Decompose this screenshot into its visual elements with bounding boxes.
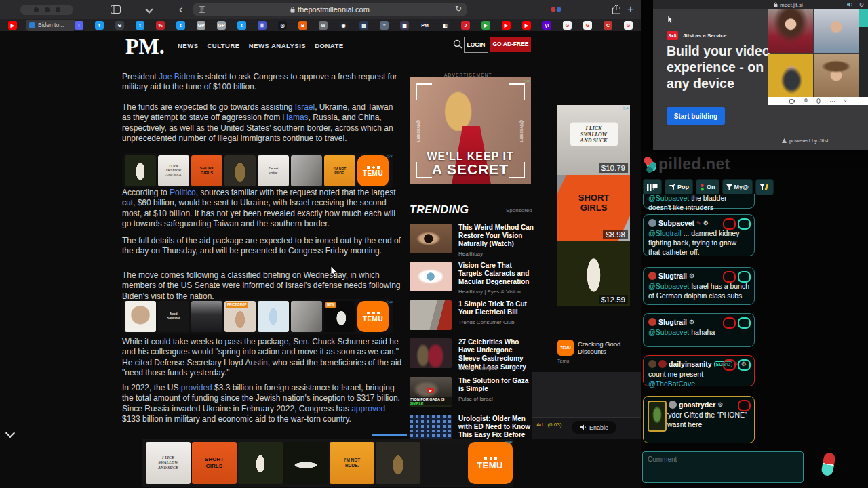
video-ad-player[interactable]: Ad : (0:03) Enable: [532, 372, 641, 438]
chat-tool-funnel-pencil[interactable]: [755, 179, 774, 195]
product-ad-3[interactable]: $12.59: [557, 241, 630, 306]
extension-icon[interactable]: [551, 6, 561, 13]
bookmark-favicon[interactable]: t: [95, 21, 104, 30]
bookmark-favicon[interactable]: G: [563, 21, 572, 30]
gear-icon[interactable]: ⚙: [689, 272, 694, 279]
adchoices-icon[interactable]: ▷×: [624, 106, 629, 111]
bookmark-favicon[interactable]: t: [136, 21, 144, 30]
ad-product-tile[interactable]: SHORT GIRLS: [192, 442, 237, 484]
speaker-icon[interactable]: [847, 2, 853, 7]
adchoices-icon[interactable]: ▷×: [387, 154, 392, 159]
bookmark-favicon[interactable]: t: [237, 21, 246, 30]
bookmark-favicon[interactable]: %: [156, 21, 165, 30]
bookmark-favicon[interactable]: T: [75, 21, 83, 30]
bookmark-favicon[interactable]: Θ: [115, 21, 124, 30]
trending-thumb-explosion[interactable]: ▶ITION FOR GAZA IS SIMPLE: [410, 377, 452, 407]
red-action-button[interactable]: [723, 317, 736, 329]
ad-product-tile[interactable]: SHORT GIRLS: [191, 155, 222, 186]
ad-product-tile[interactable]: [238, 442, 283, 484]
trending-title-text[interactable]: 1 Simple Trick To Cut Your Electrical Bi…: [458, 300, 534, 317]
bookmark-favicon[interactable]: B: [298, 21, 307, 30]
trending-thumb-eye-art[interactable]: [410, 262, 452, 291]
article-link[interactable]: Joe Biden: [159, 72, 195, 81]
enable-sound-button[interactable]: Enable: [572, 421, 616, 434]
article-link[interactable]: Hamas: [283, 113, 309, 122]
bookmark-favicon[interactable]: G: [624, 21, 633, 30]
window-controls[interactable]: [20, 5, 73, 15]
start-building-button[interactable]: Start building: [667, 107, 725, 125]
reload-icon[interactable]: ↻: [455, 4, 462, 14]
bookmark-favicon[interactable]: ◧: [441, 21, 450, 30]
ad-product-tile[interactable]: NEW: [324, 301, 355, 332]
username[interactable]: dailyinsanity: [669, 360, 712, 368]
article-link[interactable]: Israel: [295, 102, 315, 112]
bookmark-favicon[interactable]: ▶: [481, 21, 490, 30]
login-button[interactable]: LOGIN: [464, 37, 488, 53]
raise-hand-icon[interactable]: [816, 98, 821, 104]
username[interactable]: Slugtrail: [658, 272, 687, 280]
adchoices-icon[interactable]: ▷×: [387, 300, 392, 305]
bookmark-favicon[interactable]: J: [461, 21, 470, 30]
bookmark-favicon[interactable]: GP: [197, 21, 205, 30]
gear-icon[interactable]: ⚙: [717, 401, 723, 408]
ad-product-tile[interactable]: [291, 155, 322, 186]
camera-icon[interactable]: [789, 99, 795, 104]
new-tab-button[interactable]: +: [627, 3, 634, 15]
back-button[interactable]: ‹: [179, 3, 183, 15]
bookmark-favicon[interactable]: ◎: [278, 21, 287, 30]
product-ad-1[interactable]: I LICK SWALLOW AND SUCK $10.79 ▷×: [557, 105, 630, 175]
temu-inline-ad-1[interactable]: I LICK SWALLOW AND SUCKSHORT GIRLSI'm no…: [122, 153, 393, 188]
user-mention[interactable]: @Slugtrail: [648, 229, 682, 237]
teal-action-button[interactable]: [738, 317, 751, 329]
bookmark-favicon[interactable]: PM: [420, 21, 429, 30]
trending-thumb-couple[interactable]: [410, 338, 452, 368]
gear-icon[interactable]: ⚙: [703, 220, 709, 226]
trending-title-text[interactable]: This Weird Method Can Restore Your Visio…: [458, 224, 534, 249]
bookmark-favicon[interactable]: y!: [542, 21, 551, 30]
livebeam-ad[interactable]: @livebeam @livebeam WE'LL KEEP IT A SECR…: [410, 77, 531, 184]
ad-product-tile[interactable]: [191, 301, 222, 332]
reload-icon[interactable]: ↻: [859, 1, 864, 8]
ad-product-tile[interactable]: Need Sanitizer: [158, 301, 189, 332]
trending-item[interactable]: This Weird Method Can Restore Your Visio…: [410, 224, 534, 256]
active-tab[interactable]: Biden to...: [26, 20, 76, 30]
teal-action-button[interactable]: [738, 271, 751, 283]
bookmark-favicon[interactable]: ▶: [8, 21, 17, 30]
temu-inline-ad-2[interactable]: Need SanitizerPRICE DROPNEWTEMU▷×: [122, 299, 393, 334]
bookmark-favicon[interactable]: ▤: [359, 21, 368, 30]
product-ad-2[interactable]: SHORT GIRLS $8.98: [557, 175, 630, 241]
user-mention[interactable]: @TheBatCave: [648, 380, 695, 388]
more-icon[interactable]: ⋯: [829, 98, 835, 104]
gear-icon[interactable]: ⚙: [689, 319, 694, 325]
address-bar[interactable]: thepostmillennial.com ↻: [193, 3, 467, 16]
trending-thumb-outlet[interactable]: [410, 300, 452, 330]
search-icon[interactable]: [453, 39, 462, 49]
user-mention[interactable]: @Subpacvet: [648, 282, 689, 290]
red-action-button[interactable]: [723, 359, 736, 371]
article-link[interactable]: provided: [181, 383, 212, 392]
temu-logo-tile[interactable]: TEMU: [468, 442, 513, 484]
bookmark-favicon[interactable]: t: [176, 21, 185, 30]
chevron-down-icon[interactable]: [145, 5, 153, 13]
ad-product-tile[interactable]: [125, 155, 156, 186]
temu-logo-tile[interactable]: TEMU: [357, 301, 389, 332]
ad-product-tile[interactable]: I'm not crying: [258, 155, 289, 186]
bookmark-favicon[interactable]: ▶: [522, 21, 531, 30]
pencil-icon[interactable]: ✎: [696, 220, 701, 226]
ad-product-tile[interactable]: I'M NOT RUDE.: [324, 155, 355, 186]
chat-tool-my@[interactable]: My@: [722, 179, 753, 195]
report-ad-marker[interactable]: [372, 434, 407, 438]
bookmark-favicon[interactable]: ▶: [502, 21, 511, 30]
ad-product-tile[interactable]: [125, 301, 156, 332]
jitsi-url[interactable]: meet.jit.si: [774, 2, 803, 8]
trending-thumb-eye-photo[interactable]: [410, 224, 452, 253]
trending-title-text[interactable]: The Solution for Gaza is Simple: [458, 377, 534, 393]
reader-icon[interactable]: [199, 6, 208, 13]
adchoices-icon[interactable]: ▷×: [524, 79, 529, 84]
bookmark-favicon[interactable]: W: [319, 21, 328, 30]
ad-product-tile[interactable]: [283, 442, 328, 484]
trending-item[interactable]: 27 Celebrities Who Have Undergone Sleeve…: [410, 338, 534, 371]
username[interactable]: Subpacvet: [658, 219, 694, 227]
bookmark-favicon[interactable]: C: [604, 21, 612, 30]
go-ad-free-button[interactable]: GO AD-FREE: [490, 37, 531, 52]
